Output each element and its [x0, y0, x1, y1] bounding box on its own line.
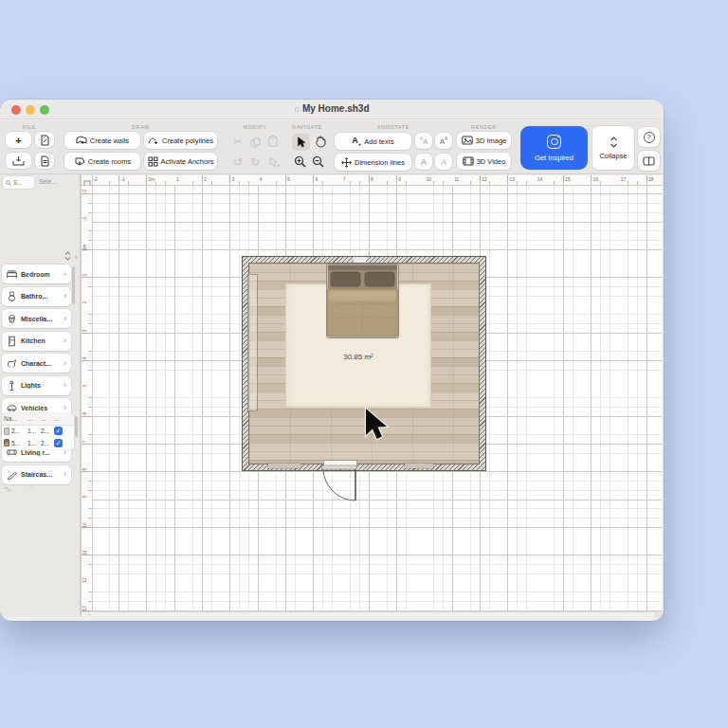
copy-icon[interactable] — [248, 136, 262, 149]
document-export-icon — [40, 155, 50, 167]
bold-text-button[interactable]: A — [415, 154, 432, 170]
photo-icon — [462, 136, 473, 145]
ruler-label: -2 — [82, 186, 87, 198]
get-inspired-button[interactable]: Get Inspired — [520, 126, 588, 170]
ruler-label: 6 — [314, 176, 318, 182]
dimension-lines-button[interactable]: Dimension lines — [335, 154, 411, 171]
chevron-right-icon: › — [64, 337, 66, 345]
sidebar-collapse-chevron[interactable]: › — [75, 254, 77, 261]
furniture-list-header[interactable]: Na... ... ... ... — [2, 413, 74, 426]
collapse-label: Collapse — [599, 152, 627, 160]
pan-tool-button[interactable] — [313, 134, 327, 150]
new-home-button[interactable]: + — [6, 132, 31, 148]
ruler-label: 3 — [231, 176, 236, 182]
section-label-navigate: NAVIGATE — [286, 124, 328, 130]
sidebar-item-kitchen[interactable]: Kitchen› — [2, 332, 71, 351]
italic-text-button[interactable]: A — [435, 154, 452, 170]
wardrobe-furniture[interactable] — [247, 274, 258, 411]
save-as-button[interactable] — [35, 132, 54, 148]
zoom-in-button[interactable] — [292, 155, 307, 169]
furniture-list-scrollbar[interactable] — [75, 416, 78, 437]
pointer-icon — [297, 136, 306, 148]
ruler-label: 8 — [82, 463, 87, 476]
visible-checkbox[interactable]: ✓ — [54, 439, 63, 447]
visible-checkbox[interactable]: ✓ — [54, 427, 63, 435]
column-header[interactable]: ... — [41, 415, 53, 422]
collapse-toolbar-button[interactable]: Collapse — [592, 126, 634, 170]
activate-anchors-button[interactable]: Activate Anchors — [144, 153, 217, 170]
render-3d-video-button[interactable]: 3D Video — [457, 153, 511, 170]
titlebar: ⌂My Home.sh3d — [0, 100, 664, 119]
sidebar-item-bedroom[interactable]: Bedroom› — [2, 264, 71, 283]
checkmark-icon: ✓ — [56, 428, 62, 434]
section-label-draw: DRAW — [64, 124, 217, 130]
activate-anchors-label: Activate Anchors — [161, 157, 214, 166]
ruler-label: 16 — [592, 176, 599, 182]
column-header-name[interactable]: Na... — [4, 415, 27, 422]
create-walls-button[interactable]: Create walls — [64, 132, 140, 149]
increase-text-size-button[interactable]: AA — [435, 133, 452, 149]
undo-icon[interactable]: ↺ — [231, 155, 245, 169]
help-button[interactable]: ? — [638, 127, 660, 147]
room-area-label: 30.85 m² — [286, 353, 430, 361]
splitter-handle[interactable]: ⋯ — [28, 484, 33, 489]
horizontal-scrollbar[interactable]: ⋯ — [82, 611, 662, 617]
splitter-arrows-icon[interactable] — [4, 486, 11, 492]
document-icon — [40, 135, 50, 146]
film-icon — [463, 156, 474, 166]
ruler-label: 4 — [82, 352, 87, 365]
guide-button[interactable] — [638, 151, 660, 171]
get-inspired-label: Get Inspired — [535, 154, 573, 162]
stairs-icon — [6, 469, 18, 481]
search-input[interactable] — [13, 179, 30, 186]
paste-icon[interactable] — [266, 135, 280, 148]
sidebar-item-bathroom[interactable]: Bathro...› — [2, 287, 71, 306]
redo-icon[interactable]: ↻ — [248, 155, 262, 169]
sidebar-item-staircases[interactable]: Staircas...› — [2, 465, 71, 484]
sidebar-item-lights[interactable]: Lights› — [2, 376, 71, 395]
catalog-filter-dropdown[interactable]: Sele... — [39, 178, 56, 185]
bed-furniture[interactable] — [326, 264, 399, 338]
ruler-label: 5 — [82, 379, 87, 392]
catalog-search[interactable] — [3, 176, 34, 189]
column-header[interactable]: ... — [54, 415, 66, 422]
zoom-out-button[interactable] — [310, 155, 325, 169]
create-rooms-button[interactable]: Create rooms — [64, 153, 140, 170]
furniture-row-bed[interactable]: 5... 1... 2... ✓ — [2, 437, 74, 449]
text-smaller-icon: AA — [420, 136, 428, 146]
plus-icon: + — [15, 135, 21, 146]
door-swing[interactable] — [318, 460, 398, 517]
app-icon: ⌂ — [294, 104, 299, 114]
plan-grid[interactable]: 30.85 m² — [93, 186, 662, 611]
catalog-scrollbar[interactable] — [72, 266, 75, 304]
filter-label: Sele... — [39, 178, 56, 185]
ruler-label: 12 — [481, 176, 488, 182]
ruler-label: 14 — [537, 176, 544, 182]
ruler-label: 2 — [203, 176, 208, 182]
ruler-label: 7 — [82, 435, 87, 448]
polyline-icon — [148, 136, 159, 145]
import-tray-icon — [12, 155, 25, 166]
column-header[interactable]: ... — [27, 415, 40, 422]
ruler-label: -1 — [82, 212, 87, 226]
ruler-label: 6 — [82, 407, 87, 420]
render-3d-image-button[interactable]: 3D Image — [457, 132, 511, 149]
decrease-text-size-button[interactable]: AA — [415, 133, 432, 149]
dog-icon — [6, 357, 18, 369]
sort-chevrons-icon[interactable] — [64, 251, 71, 261]
ruler-label: 5 — [286, 176, 291, 182]
add-texts-button[interactable]: A+ Add texts — [335, 133, 411, 150]
select-tool-button[interactable] — [292, 134, 310, 151]
toolbar: FILE DRAW MODIFY NAVIGATE ANNOTATE RENDE… — [0, 120, 664, 174]
ruler-corner — [82, 175, 93, 186]
anchors-icon — [148, 156, 158, 167]
export-button[interactable] — [35, 153, 54, 169]
create-polylines-button[interactable]: Create polylines — [144, 132, 217, 149]
sidebar-item-miscellaneous[interactable]: Miscella...› — [2, 309, 71, 328]
move-point-icon[interactable] — [267, 155, 281, 169]
bold-icon: A — [421, 157, 428, 167]
furniture-row-wardrobe[interactable]: 2... 1... 2... ✓ — [2, 426, 74, 438]
cut-icon[interactable]: ✂ — [231, 135, 245, 148]
sidebar-item-characters[interactable]: Charact...› — [2, 354, 71, 373]
open-home-button[interactable] — [6, 153, 31, 169]
